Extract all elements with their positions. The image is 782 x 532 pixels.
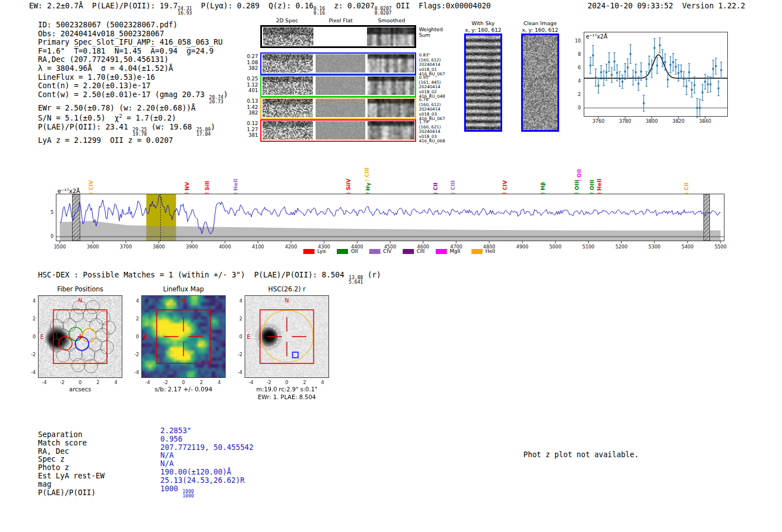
emission-line-label-brace: { xyxy=(233,191,238,195)
header-timestamp-version: 2024-10-20 09:33:52 Version 1.22.2 xyxy=(588,2,745,10)
cutout-x-tick-label: 0 xyxy=(75,380,86,385)
fiber-cutout-row xyxy=(260,52,416,75)
row-left-label-line: 1.27 xyxy=(233,127,258,133)
stacked-fraction: 24.3116.93 xyxy=(178,6,192,15)
emission-line-label: CII{ xyxy=(682,169,690,195)
cutout-x-tick-label: 4 xyxy=(111,380,122,385)
inset-y-tick-label: 4 xyxy=(566,78,581,84)
emission-line-label: Hγ{ xyxy=(364,169,371,195)
emission-line-label-brace: { xyxy=(597,191,602,195)
svg-text:N: N xyxy=(285,298,289,304)
cutout-y-tick-label: 0 xyxy=(229,334,242,339)
info-line: P(LAE)/P(OII): 23.41 29.2519.78 (w: 19.6… xyxy=(38,123,228,136)
inset-x-tick-label: 3800 xyxy=(642,118,662,124)
stacked-fraction: 25.0917.04 xyxy=(197,127,211,136)
withsky-title: With Sky x, y: 160, 612 xyxy=(458,20,508,33)
table-row-label: Match score xyxy=(38,439,104,448)
table-row-value: N/A xyxy=(160,452,254,460)
cleanimage-coords: x, y: 160, 612 xyxy=(515,27,565,33)
row-left-label-line: 1.08 xyxy=(233,60,258,66)
row-left-label-line: 1.12 xyxy=(233,82,258,88)
table-row-value: N/A xyxy=(160,460,254,468)
cleanimage-title-text: Clean Image xyxy=(515,20,565,27)
legend-item: Lyα xyxy=(303,248,326,254)
emission-line-label-text: HeII xyxy=(596,179,602,190)
plot-overlay-svg: NE xyxy=(245,295,329,378)
hsc-caption-2: EWr: 1. PLAE: 8.504 xyxy=(233,394,340,400)
legend-swatch xyxy=(303,249,314,254)
table-row-label: P(LAE)/P(OII) xyxy=(38,489,104,497)
match-table-labels: SeparationMatch scoreRA, DecSpec zPhoto … xyxy=(38,431,104,497)
row-pixelflat-image xyxy=(316,99,365,117)
lineflux-map-plot: NE xyxy=(141,295,226,378)
row-left-labels: 0.271.08382 xyxy=(233,54,258,71)
spectrum-x-tick-label: 5100 xyxy=(577,244,599,250)
row-2dspec-image xyxy=(263,99,313,117)
table-row-label: Est LyA rest-EW xyxy=(38,472,104,481)
legend-label: MgII xyxy=(450,248,460,254)
info-line: λ = 3804.96Å σ = 4.04(±1.52)Å xyxy=(38,64,228,73)
fiber-positions-title: Fiber Positions xyxy=(38,285,122,293)
cutout-y-tick-label: -4 xyxy=(22,370,36,375)
row-left-label-line: 381 xyxy=(233,132,258,138)
withsky-image-panel xyxy=(464,33,502,132)
cleanimage-panel xyxy=(521,33,559,132)
svg-text:N: N xyxy=(78,298,82,304)
row-pixelflat-image xyxy=(316,76,365,95)
emission-line-label-text: SiIV xyxy=(345,179,351,190)
fiber-positions-xlabel: arcsecs xyxy=(38,386,122,392)
row-right-labels: 0.95"(161, 445)20240414v018_02416_RU_048 xyxy=(419,75,445,99)
emission-line-label: CII{ xyxy=(432,169,440,195)
legend-swatch xyxy=(471,249,483,254)
cutout-y-tick-label: 2 xyxy=(126,316,139,322)
cutout-x-tick-label: 2 xyxy=(93,380,104,385)
emission-line-label-brace: { xyxy=(577,179,581,182)
elixer-report-page: EW: 2.2±0.7Å P(LAE)/P(OII): 19.724.3116.… xyxy=(0,0,782,532)
cutout-x-tick-label: 0 xyxy=(282,380,293,385)
inset-x-tick-label: 3820 xyxy=(669,118,689,124)
cutout-y-tick-label: -2 xyxy=(229,352,242,357)
info-line: F=1.6" T̅=0.181 N̅=1.45 A̅=0.94 g̅=24.9 xyxy=(38,47,228,56)
withsky-image xyxy=(466,35,500,130)
row-right-labels: 0.83"(160, 612)20240414v018_01416_RU_067 xyxy=(419,53,445,77)
cutout-x-tick-label: 4 xyxy=(214,380,225,385)
cutout-y-tick-label: 0 xyxy=(22,334,36,339)
info-line: Obs: 20240414v018_5002328067 xyxy=(38,30,228,39)
weighted-smoothed-image xyxy=(367,27,414,46)
row-left-label-line: 382 xyxy=(233,65,258,71)
withsky-title-text: With Sky xyxy=(458,20,508,27)
table-row-value: 1000 10001000 xyxy=(160,485,254,498)
table-row-value: 25.13(24.53,26.62)R xyxy=(160,477,254,485)
legend-item: CIV xyxy=(369,248,392,254)
emission-line-label-brace: { xyxy=(589,191,594,195)
emission-line-label: HeII{ xyxy=(595,169,603,195)
hsc-cutout-title: HSC(26.2) r xyxy=(245,285,329,293)
row-2dspec-image xyxy=(263,76,313,95)
cutout-x-tick-label: -2 xyxy=(57,380,68,385)
svg-text:N: N xyxy=(182,298,185,304)
cleanimage-title: Clean Image x, y: 160, 612 xyxy=(515,20,565,33)
hsc-cutout-plot: NE xyxy=(245,295,329,378)
spectrum-x-tick-label: 4000 xyxy=(214,244,236,250)
header-summary-line: EW: 2.2±0.7Å P(LAE)/P(OII): 19.724.3116.… xyxy=(29,2,491,15)
full-spectrum-svg xyxy=(56,194,724,245)
emission-line-label-text: Hβ xyxy=(540,182,546,190)
emission-line-label: SiII{ xyxy=(203,169,211,195)
emission-line-label-brace: { xyxy=(502,191,507,195)
emission-line-label-brace: { xyxy=(204,191,209,195)
inset-y-tick-label: 10 xyxy=(566,38,581,44)
spectrum-x-tick-label: 4900 xyxy=(511,244,533,250)
table-row-label: Photo z xyxy=(38,464,104,472)
row-smoothed-image xyxy=(368,54,414,73)
row-2dspec-image xyxy=(263,121,313,140)
cutout-y-tick-label: 4 xyxy=(126,298,139,304)
emission-line-label: SiIV{ xyxy=(344,169,352,195)
lineflux-map-title: Lineflux Map xyxy=(141,285,226,293)
svg-text:E: E xyxy=(247,334,250,340)
emission-line-label-text: SiII xyxy=(204,181,210,190)
cutout-x-tick-label: 0 xyxy=(178,380,189,385)
info-line: Cont(w) = 2.50(±0.01)e-17 (gmag 20.73 20… xyxy=(38,90,228,104)
legend-item: MgII xyxy=(436,248,460,254)
match-table-values: 2.2853"0.956207.772119, 50.455542N/AN/A1… xyxy=(160,427,254,498)
emission-line-label-text: CII xyxy=(432,183,438,190)
